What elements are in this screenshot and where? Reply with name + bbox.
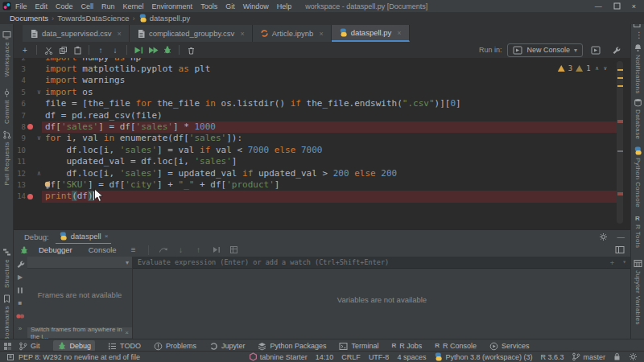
menu-run[interactable]: Run: [97, 2, 119, 10]
gutter[interactable]: [26, 98, 35, 109]
rail-item-pull-requests[interactable]: Pull Requests: [0, 130, 13, 186]
rail-item-structure[interactable]: Structure: [0, 248, 13, 288]
code-line-2[interactable]: 2import numpy as np: [13, 58, 631, 64]
status-python-3.8-workspace-3-[interactable]: Python 3.8 (workspace) (3): [434, 352, 532, 361]
toolwindow-todo[interactable]: TODO: [108, 342, 141, 351]
code-line-10[interactable]: 10 df.loc[i, 'sales'] = val if val < 700…: [13, 145, 631, 156]
code-line-9[interactable]: 9∨for i, val in enumerate(df['sales']):: [13, 133, 631, 144]
breadcrumb-file[interactable]: dataspell.py: [150, 14, 191, 23]
paste-cell-button[interactable]: [70, 43, 85, 56]
copy-cell-button[interactable]: [56, 43, 70, 56]
minimize-button[interactable]: —: [595, 2, 602, 10]
step-out-button[interactable]: ↑: [192, 244, 206, 257]
layout-settings-icon[interactable]: [615, 245, 631, 254]
hide-panel-button[interactable]: —: [617, 232, 625, 241]
rail-item-jupyter-variables[interactable]: Jupyter Variables: [631, 259, 644, 325]
rail-item-workspace[interactable]: Workspace: [0, 31, 13, 76]
tab-data-supervised[interactable]: data_supervised.csv ×: [23, 25, 130, 42]
rail-item-notifications[interactable]: Notifications: [631, 43, 644, 94]
banner-close-icon[interactable]: ×: [125, 329, 129, 336]
more-actions-icon[interactable]: »: [19, 326, 22, 332]
code-line-13[interactable]: 13df['SKU'] = df['city'] + "_" + df['pro…: [13, 179, 631, 191]
gutter[interactable]: [26, 64, 35, 75]
evaluate-expression-input[interactable]: Evaluate expression (Enter) or add a wat…: [133, 257, 631, 269]
toolwindow-terminal[interactable]: Terminal: [339, 342, 378, 351]
gutter[interactable]: [26, 145, 35, 156]
menu-help[interactable]: Help: [273, 2, 296, 10]
rail-item-database[interactable]: Database: [631, 98, 644, 139]
breadcrumb-documents[interactable]: Documents: [10, 14, 48, 23]
status-message[interactable]: PEP 8: W292 no newline at end of file: [19, 353, 140, 361]
close-button[interactable]: ×: [632, 2, 636, 10]
breakpoint-icon[interactable]: [27, 194, 33, 200]
rail-item-bookmarks[interactable]: Bookmarks: [0, 294, 13, 341]
next-warning-icon[interactable]: ∨: [604, 65, 607, 72]
status-utf-8[interactable]: UTF-8: [369, 353, 390, 361]
rail-item-python-console[interactable]: Python Console: [631, 146, 644, 208]
code-line-5[interactable]: 5∨import os: [13, 87, 631, 98]
code-lines[interactable]: 2import numpy as np3import matplotlib.py…: [13, 58, 631, 203]
move-cell-down-button[interactable]: ↓: [108, 43, 122, 56]
gutter[interactable]: [26, 110, 35, 121]
code-line-8[interactable]: 8df['sales'] = df['sales'] * 1000: [13, 121, 631, 133]
debug-cell-button[interactable]: [160, 43, 175, 56]
tab-close-icon[interactable]: ×: [240, 30, 244, 38]
resume-button[interactable]: ▶: [18, 274, 23, 281]
tab-complicated-groupby[interactable]: complicated_groupby.csv ×: [130, 25, 253, 42]
toolwindow-r-jobs[interactable]: RR Jobs: [391, 342, 422, 350]
gutter[interactable]: [26, 156, 35, 167]
toolwindow-git[interactable]: Git: [19, 342, 40, 351]
breakpoint-gutter[interactable]: [26, 121, 35, 133]
menu-git[interactable]: Git: [221, 2, 239, 10]
tool-window-switcher-icon[interactable]: [3, 342, 12, 351]
menu-cell[interactable]: Cell: [77, 2, 98, 10]
status-14-10[interactable]: 14:10: [316, 353, 334, 361]
code-line-4[interactable]: 4import warnings: [13, 75, 631, 86]
open-console-button[interactable]: [588, 43, 603, 56]
inspections-widget[interactable]: 3 1 ∧ ∨: [558, 64, 607, 72]
status-4-spaces[interactable]: 4 spaces: [397, 353, 426, 361]
gutter[interactable]: [26, 168, 35, 179]
session-close-icon[interactable]: ×: [105, 232, 109, 240]
code-line-11[interactable]: 11 updated_val = df.loc[i, 'sales']: [13, 156, 631, 167]
view-breakpoints-button[interactable]: [227, 244, 242, 257]
maximize-button[interactable]: [613, 2, 621, 10]
menu-window[interactable]: Window: [239, 2, 273, 10]
debug-settings-wrench-icon[interactable]: [16, 260, 25, 269]
code-line-3[interactable]: 3import matplotlib.pyplot as plt: [13, 64, 631, 75]
gutter[interactable]: [26, 58, 35, 64]
rail-item-commit[interactable]: Commit: [0, 88, 13, 124]
mute-breakpoints-button[interactable]: [15, 312, 25, 320]
tab-close-icon[interactable]: ×: [319, 30, 323, 38]
step-over-button[interactable]: [156, 244, 171, 257]
step-into-button[interactable]: ↓: [174, 244, 188, 257]
fold-marker-icon[interactable]: ∨: [35, 87, 43, 98]
toolwindow-services[interactable]: Services: [489, 342, 530, 351]
threads-menu-icon[interactable]: ≡: [126, 244, 141, 257]
code-line-14[interactable]: 14print(df): [13, 191, 631, 202]
toolwindow-r-console[interactable]: RR Console: [435, 342, 477, 350]
code-line-6[interactable]: 6file = [the_file for the_file in os.lis…: [13, 98, 631, 109]
breakpoint-icon[interactable]: [27, 124, 33, 130]
tab-console[interactable]: Console: [82, 243, 123, 257]
stop-button[interactable]: ■: [19, 300, 23, 306]
move-cell-up-button[interactable]: ↑: [93, 43, 108, 56]
settings-wrench-button[interactable]: [609, 43, 623, 56]
cut-cell-button[interactable]: [41, 43, 56, 56]
delete-cell-button[interactable]: [184, 43, 198, 56]
prev-warning-icon[interactable]: ∧: [596, 65, 599, 72]
gutter[interactable]: [26, 179, 35, 191]
code-line-12[interactable]: 12∧ df.loc[i, 'sales'] = updated_val if …: [13, 168, 631, 179]
status-gear[interactable]: [629, 352, 638, 361]
chevron-down-icon[interactable]: ▾: [622, 258, 626, 266]
menu-file[interactable]: File: [11, 2, 31, 10]
pause-button[interactable]: [16, 286, 24, 294]
tab-debugger[interactable]: Debugger: [32, 243, 79, 257]
gutter[interactable]: [26, 75, 35, 86]
fold-marker-icon[interactable]: ∧: [35, 168, 43, 179]
menu-code[interactable]: Code: [52, 2, 77, 10]
menu-tools[interactable]: Tools: [196, 2, 221, 10]
debug-settings-icon[interactable]: [599, 232, 608, 241]
tab-close-icon[interactable]: ×: [397, 29, 401, 37]
status-master[interactable]: master: [572, 352, 605, 361]
